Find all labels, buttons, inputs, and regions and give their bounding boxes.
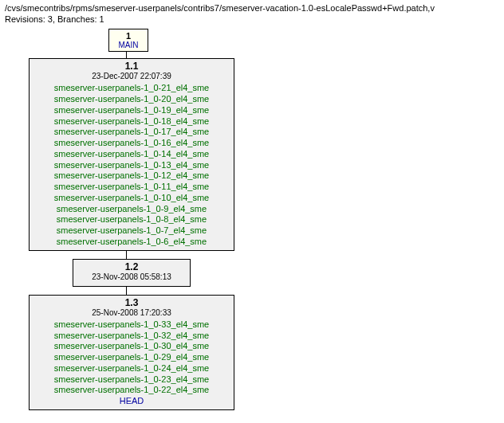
connector [126, 251, 127, 259]
revision-tag[interactable]: smeserver-userpanels-1_0-29_el4_sme [36, 352, 227, 363]
revision-tag[interactable]: smeserver-userpanels-1_0-33_el4_sme [36, 319, 227, 331]
revision-tag[interactable]: smeserver-userpanels-1_0-6_el4_sme [36, 237, 227, 248]
revision-tag[interactable]: smeserver-userpanels-1_0-11_el4_sme [36, 182, 227, 193]
revision-number: 1.3 [36, 298, 227, 308]
revision-box[interactable]: 1.325-Nov-2008 17:20:33smeserver-userpan… [29, 295, 234, 410]
revision-box[interactable]: 1.223-Nov-2008 05:58:13 [73, 259, 191, 287]
branch-name: MAIN [112, 41, 144, 49]
branch-box-main[interactable]: 1 MAIN [108, 29, 148, 52]
revision-number: 1.1 [36, 61, 227, 72]
revision-tree: 1 MAIN 1.123-Dec-2007 22:07:39smeserver-… [5, 29, 499, 410]
revision-tag[interactable]: smeserver-userpanels-1_0-13_el4_sme [36, 160, 227, 171]
revision-tag[interactable]: smeserver-userpanels-1_0-9_el4_sme [36, 204, 227, 215]
revision-tag[interactable]: smeserver-userpanels-1_0-24_el4_sme [36, 363, 227, 374]
head-label: HEAD [36, 396, 227, 407]
revision-tag[interactable]: smeserver-userpanels-1_0-16_el4_sme [36, 138, 227, 149]
revision-date: 23-Dec-2007 22:07:39 [36, 72, 227, 81]
revision-box[interactable]: 1.123-Dec-2007 22:07:39smeserver-userpan… [29, 58, 234, 250]
revision-tag[interactable]: smeserver-userpanels-1_0-17_el4_sme [36, 127, 227, 138]
revision-date: 23-Nov-2008 05:58:13 [80, 272, 183, 282]
connector [126, 52, 127, 58]
revision-tag[interactable]: smeserver-userpanels-1_0-21_el4_sme [36, 83, 227, 94]
file-path: /cvs/smecontribs/rpms/smeserver-userpane… [5, 3, 499, 13]
revision-tag[interactable]: smeserver-userpanels-1_0-30_el4_sme [36, 341, 227, 352]
revision-tag[interactable]: smeserver-userpanels-1_0-7_el4_sme [36, 225, 227, 237]
revision-tag[interactable]: smeserver-userpanels-1_0-18_el4_sme [36, 116, 227, 127]
revision-date: 25-Nov-2008 17:20:33 [36, 308, 227, 318]
revision-tag[interactable]: smeserver-userpanels-1_0-32_el4_sme [36, 331, 227, 342]
branch-number: 1 [112, 31, 144, 41]
revision-tag[interactable]: smeserver-userpanels-1_0-19_el4_sme [36, 105, 227, 116]
revision-tag[interactable]: smeserver-userpanels-1_0-22_el4_sme [36, 385, 227, 396]
connector [126, 287, 127, 295]
revision-tag[interactable]: smeserver-userpanels-1_0-8_el4_sme [36, 214, 227, 225]
revision-tag[interactable]: smeserver-userpanels-1_0-14_el4_sme [36, 149, 227, 160]
revision-tag[interactable]: smeserver-userpanels-1_0-10_el4_sme [36, 193, 227, 204]
revisions-summary: Revisions: 3, Branches: 1 [5, 14, 499, 24]
revision-number: 1.2 [80, 262, 183, 272]
revision-tag[interactable]: smeserver-userpanels-1_0-20_el4_sme [36, 94, 227, 105]
revision-tag[interactable]: smeserver-userpanels-1_0-12_el4_sme [36, 170, 227, 182]
revision-tag[interactable]: smeserver-userpanels-1_0-23_el4_sme [36, 374, 227, 386]
